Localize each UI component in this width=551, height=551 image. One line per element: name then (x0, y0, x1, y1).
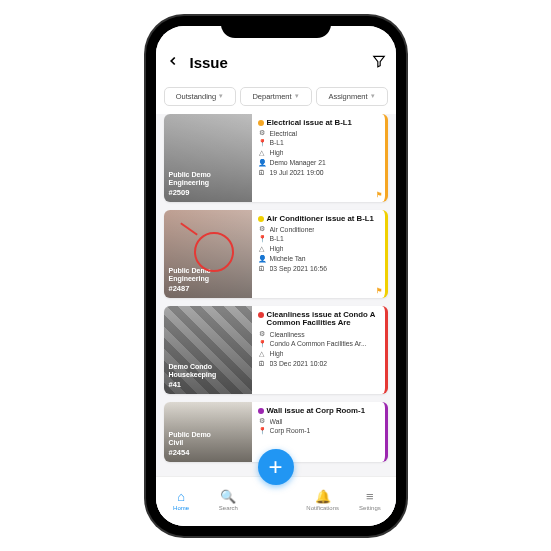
chip-department[interactable]: Department ▾ (240, 87, 312, 106)
back-button[interactable] (166, 52, 186, 73)
category-icon: ⚙ (258, 225, 266, 233)
issue-card[interactable]: Demo Condo Housekeeping #41 Cleanliness … (164, 306, 388, 394)
bell-icon: 🔔 (315, 489, 331, 504)
person-icon: 👤 (258, 159, 266, 167)
issue-category: Electrical (270, 130, 298, 138)
plus-icon: + (268, 453, 282, 481)
thumb-line2: Engineering (169, 275, 211, 283)
calendar-icon: 🗓 (258, 169, 266, 177)
category-icon: ⚙ (258, 417, 266, 425)
calendar-icon: 🗓 (258, 360, 266, 368)
issue-category: Air Conditioner (270, 226, 315, 234)
issue-location: B-L1 (270, 235, 284, 243)
location-icon: 📍 (258, 139, 266, 147)
thumb-id: #41 (169, 380, 217, 389)
issue-date: 03 Dec 2021 10:02 (270, 360, 327, 368)
thumb-id: #2487 (169, 284, 211, 293)
page-title: Issue (190, 54, 372, 71)
priority-icon: △ (258, 245, 266, 253)
status-dot (258, 120, 264, 126)
issue-thumbnail: Public Demo Civil #2454 (164, 402, 252, 462)
thumb-line1: Public Demo (169, 171, 211, 179)
chevron-left-icon (166, 54, 180, 68)
location-icon: 📍 (258, 340, 266, 348)
chip-department-label: Department (252, 92, 291, 101)
issue-thumbnail: Public Demo Engineering #2509 (164, 114, 252, 202)
thumb-line1: Demo Condo (169, 363, 217, 371)
thumb-line2: Housekeeping (169, 371, 217, 379)
issue-details: Air Conditioner issue at B-L1 ⚙Air Condi… (252, 210, 385, 298)
tab-notifications[interactable]: 🔔 Notifications (299, 489, 346, 511)
tab-search-label: Search (219, 505, 238, 511)
thumb-line2: Civil (169, 439, 211, 447)
tab-search[interactable]: 🔍 Search (205, 489, 252, 511)
chevron-down-icon: ▾ (219, 92, 223, 100)
status-dot (258, 408, 264, 414)
location-icon: 📍 (258, 235, 266, 243)
priority-icon: △ (258, 350, 266, 358)
chevron-down-icon: ▾ (371, 92, 375, 100)
filter-button[interactable] (372, 54, 386, 71)
chip-status-label: Outstanding (176, 92, 216, 101)
tab-home[interactable]: ⌂ Home (158, 489, 205, 511)
status-dot (258, 312, 264, 318)
issue-details: Electrical issue at B-L1 ⚙Electrical 📍B-… (252, 114, 385, 202)
phone-notch (221, 16, 331, 38)
issue-title: Electrical issue at B-L1 (267, 119, 352, 128)
tab-notifications-label: Notifications (306, 505, 339, 511)
category-icon: ⚙ (258, 330, 266, 338)
location-icon: 📍 (258, 427, 266, 435)
issue-location: Corp Room-1 (270, 427, 311, 435)
issue-assignee: Michele Tan (270, 255, 306, 263)
issue-card[interactable]: Public Demo Engineering #2487 Air Condit… (164, 210, 388, 298)
issue-location: Condo A Common Facilities Ar... (270, 340, 367, 348)
filter-chips: Outstanding ▾ Department ▾ Assignment ▾ (156, 81, 396, 114)
home-icon: ⌂ (177, 489, 185, 504)
flag-icon: ⚑ (376, 191, 382, 199)
flag-icon: ⚑ (376, 287, 382, 295)
phone-frame: Issue Outstanding ▾ Department ▾ Assignm… (146, 16, 406, 536)
issue-date: 19 Jul 2021 19:00 (270, 169, 324, 177)
calendar-icon: 🗓 (258, 265, 266, 273)
svg-marker-0 (373, 56, 384, 67)
status-dot (258, 216, 264, 222)
category-icon: ⚙ (258, 129, 266, 137)
issue-thumbnail: Public Demo Engineering #2487 (164, 210, 252, 298)
thumb-line1: Public Demo (169, 431, 211, 439)
tab-settings[interactable]: ≡ Settings (346, 489, 393, 511)
issue-priority: High (270, 149, 284, 157)
issue-priority: High (270, 245, 284, 253)
issue-category: Cleanliness (270, 331, 305, 339)
thumb-id: #2454 (169, 448, 211, 457)
issue-title: Air Conditioner issue at B-L1 (267, 215, 374, 224)
phone-screen: Issue Outstanding ▾ Department ▾ Assignm… (156, 26, 396, 526)
priority-icon: △ (258, 149, 266, 157)
chip-status[interactable]: Outstanding ▾ (164, 87, 236, 106)
search-icon: 🔍 (220, 489, 236, 504)
issue-assignee: Demo Manager 21 (270, 159, 326, 167)
filter-icon (372, 54, 386, 68)
issue-thumbnail: Demo Condo Housekeeping #41 (164, 306, 252, 394)
issue-card[interactable]: Public Demo Engineering #2509 Electrical… (164, 114, 388, 202)
chip-assignment[interactable]: Assignment ▾ (316, 87, 388, 106)
chip-assignment-label: Assignment (328, 92, 367, 101)
thumb-line2: Engineering (169, 179, 211, 187)
issue-title: Cleanliness issue at Condo A Common Faci… (267, 311, 379, 329)
issue-details: Cleanliness issue at Condo A Common Faci… (252, 306, 385, 394)
chevron-down-icon: ▾ (295, 92, 299, 100)
issue-priority: High (270, 350, 284, 358)
issue-title: Wall issue at Corp Room-1 (267, 407, 366, 416)
add-button[interactable]: + (258, 449, 294, 485)
issue-category: Wall (270, 418, 283, 426)
tab-home-label: Home (173, 505, 189, 511)
issue-date: 03 Sep 2021 16:56 (270, 265, 327, 273)
menu-icon: ≡ (366, 489, 374, 504)
person-icon: 👤 (258, 255, 266, 263)
issue-location: B-L1 (270, 139, 284, 147)
thumb-id: #2509 (169, 188, 211, 197)
tab-settings-label: Settings (359, 505, 381, 511)
